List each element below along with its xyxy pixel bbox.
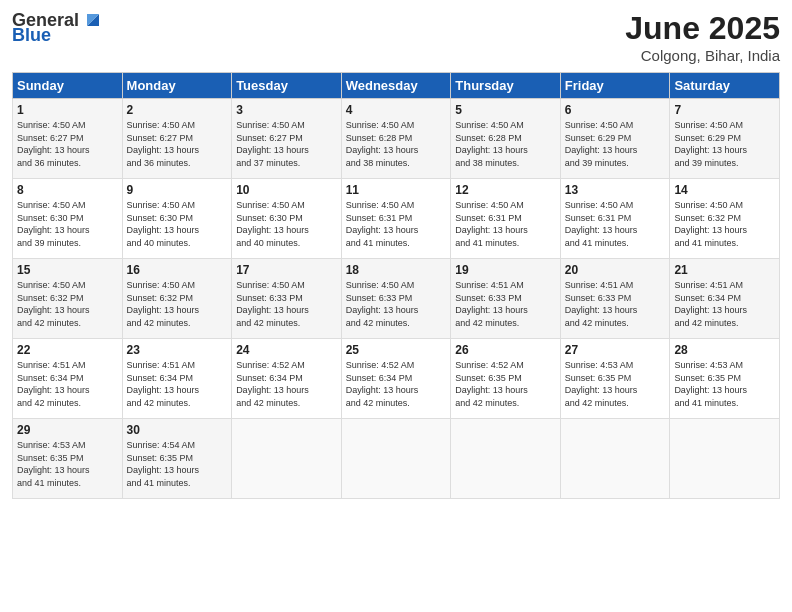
day-number: 21	[674, 263, 775, 277]
day-number: 16	[127, 263, 228, 277]
calendar-week-row: 8Sunrise: 4:50 AM Sunset: 6:30 PM Daylig…	[13, 179, 780, 259]
cell-content: Sunrise: 4:50 AM Sunset: 6:33 PM Dayligh…	[346, 279, 447, 329]
day-number: 1	[17, 103, 118, 117]
day-number: 27	[565, 343, 666, 357]
day-number: 11	[346, 183, 447, 197]
table-row: 26Sunrise: 4:52 AM Sunset: 6:35 PM Dayli…	[451, 339, 561, 419]
table-row: 22Sunrise: 4:51 AM Sunset: 6:34 PM Dayli…	[13, 339, 123, 419]
cell-content: Sunrise: 4:50 AM Sunset: 6:27 PM Dayligh…	[127, 119, 228, 169]
calendar-table: Sunday Monday Tuesday Wednesday Thursday…	[12, 72, 780, 499]
col-monday: Monday	[122, 73, 232, 99]
table-row: 6Sunrise: 4:50 AM Sunset: 6:29 PM Daylig…	[560, 99, 670, 179]
day-number: 15	[17, 263, 118, 277]
col-wednesday: Wednesday	[341, 73, 451, 99]
table-row: 11Sunrise: 4:50 AM Sunset: 6:31 PM Dayli…	[341, 179, 451, 259]
table-row: 4Sunrise: 4:50 AM Sunset: 6:28 PM Daylig…	[341, 99, 451, 179]
table-row	[560, 419, 670, 499]
day-number: 13	[565, 183, 666, 197]
table-row: 15Sunrise: 4:50 AM Sunset: 6:32 PM Dayli…	[13, 259, 123, 339]
cell-content: Sunrise: 4:50 AM Sunset: 6:32 PM Dayligh…	[674, 199, 775, 249]
table-row: 2Sunrise: 4:50 AM Sunset: 6:27 PM Daylig…	[122, 99, 232, 179]
day-number: 20	[565, 263, 666, 277]
month-title: June 2025	[625, 10, 780, 47]
table-row	[451, 419, 561, 499]
col-sunday: Sunday	[13, 73, 123, 99]
cell-content: Sunrise: 4:50 AM Sunset: 6:31 PM Dayligh…	[346, 199, 447, 249]
day-number: 25	[346, 343, 447, 357]
table-row: 24Sunrise: 4:52 AM Sunset: 6:34 PM Dayli…	[232, 339, 342, 419]
cell-content: Sunrise: 4:50 AM Sunset: 6:29 PM Dayligh…	[565, 119, 666, 169]
day-number: 28	[674, 343, 775, 357]
day-number: 26	[455, 343, 556, 357]
table-row	[341, 419, 451, 499]
cell-content: Sunrise: 4:51 AM Sunset: 6:34 PM Dayligh…	[674, 279, 775, 329]
cell-content: Sunrise: 4:50 AM Sunset: 6:28 PM Dayligh…	[455, 119, 556, 169]
table-row: 17Sunrise: 4:50 AM Sunset: 6:33 PM Dayli…	[232, 259, 342, 339]
table-row: 23Sunrise: 4:51 AM Sunset: 6:34 PM Dayli…	[122, 339, 232, 419]
table-row: 9Sunrise: 4:50 AM Sunset: 6:30 PM Daylig…	[122, 179, 232, 259]
cell-content: Sunrise: 4:50 AM Sunset: 6:32 PM Dayligh…	[17, 279, 118, 329]
day-number: 5	[455, 103, 556, 117]
calendar-week-row: 15Sunrise: 4:50 AM Sunset: 6:32 PM Dayli…	[13, 259, 780, 339]
cell-content: Sunrise: 4:51 AM Sunset: 6:34 PM Dayligh…	[127, 359, 228, 409]
day-number: 17	[236, 263, 337, 277]
day-number: 9	[127, 183, 228, 197]
title-block: June 2025 Colgong, Bihar, India	[625, 10, 780, 64]
table-row: 21Sunrise: 4:51 AM Sunset: 6:34 PM Dayli…	[670, 259, 780, 339]
table-row: 12Sunrise: 4:50 AM Sunset: 6:31 PM Dayli…	[451, 179, 561, 259]
cell-content: Sunrise: 4:50 AM Sunset: 6:33 PM Dayligh…	[236, 279, 337, 329]
cell-content: Sunrise: 4:51 AM Sunset: 6:33 PM Dayligh…	[455, 279, 556, 329]
table-row	[670, 419, 780, 499]
day-number: 22	[17, 343, 118, 357]
day-number: 12	[455, 183, 556, 197]
day-number: 23	[127, 343, 228, 357]
cell-content: Sunrise: 4:54 AM Sunset: 6:35 PM Dayligh…	[127, 439, 228, 489]
calendar-week-row: 1Sunrise: 4:50 AM Sunset: 6:27 PM Daylig…	[13, 99, 780, 179]
cell-content: Sunrise: 4:50 AM Sunset: 6:31 PM Dayligh…	[455, 199, 556, 249]
day-number: 10	[236, 183, 337, 197]
table-row: 20Sunrise: 4:51 AM Sunset: 6:33 PM Dayli…	[560, 259, 670, 339]
cell-content: Sunrise: 4:50 AM Sunset: 6:30 PM Dayligh…	[127, 199, 228, 249]
table-row: 13Sunrise: 4:50 AM Sunset: 6:31 PM Dayli…	[560, 179, 670, 259]
table-row: 19Sunrise: 4:51 AM Sunset: 6:33 PM Dayli…	[451, 259, 561, 339]
day-number: 8	[17, 183, 118, 197]
day-number: 7	[674, 103, 775, 117]
calendar-header-row: Sunday Monday Tuesday Wednesday Thursday…	[13, 73, 780, 99]
table-row: 3Sunrise: 4:50 AM Sunset: 6:27 PM Daylig…	[232, 99, 342, 179]
logo-blue-text: Blue	[12, 25, 51, 46]
day-number: 30	[127, 423, 228, 437]
col-tuesday: Tuesday	[232, 73, 342, 99]
day-number: 24	[236, 343, 337, 357]
day-number: 4	[346, 103, 447, 117]
col-thursday: Thursday	[451, 73, 561, 99]
table-row: 8Sunrise: 4:50 AM Sunset: 6:30 PM Daylig…	[13, 179, 123, 259]
table-row: 5Sunrise: 4:50 AM Sunset: 6:28 PM Daylig…	[451, 99, 561, 179]
cell-content: Sunrise: 4:52 AM Sunset: 6:34 PM Dayligh…	[236, 359, 337, 409]
cell-content: Sunrise: 4:50 AM Sunset: 6:32 PM Dayligh…	[127, 279, 228, 329]
cell-content: Sunrise: 4:53 AM Sunset: 6:35 PM Dayligh…	[17, 439, 118, 489]
table-row: 29Sunrise: 4:53 AM Sunset: 6:35 PM Dayli…	[13, 419, 123, 499]
cell-content: Sunrise: 4:51 AM Sunset: 6:33 PM Dayligh…	[565, 279, 666, 329]
day-number: 14	[674, 183, 775, 197]
cell-content: Sunrise: 4:50 AM Sunset: 6:29 PM Dayligh…	[674, 119, 775, 169]
cell-content: Sunrise: 4:50 AM Sunset: 6:27 PM Dayligh…	[17, 119, 118, 169]
table-row: 16Sunrise: 4:50 AM Sunset: 6:32 PM Dayli…	[122, 259, 232, 339]
table-row: 25Sunrise: 4:52 AM Sunset: 6:34 PM Dayli…	[341, 339, 451, 419]
day-number: 19	[455, 263, 556, 277]
table-row: 10Sunrise: 4:50 AM Sunset: 6:30 PM Dayli…	[232, 179, 342, 259]
location-title: Colgong, Bihar, India	[625, 47, 780, 64]
day-number: 29	[17, 423, 118, 437]
calendar-week-row: 22Sunrise: 4:51 AM Sunset: 6:34 PM Dayli…	[13, 339, 780, 419]
day-number: 6	[565, 103, 666, 117]
table-row: 28Sunrise: 4:53 AM Sunset: 6:35 PM Dayli…	[670, 339, 780, 419]
cell-content: Sunrise: 4:50 AM Sunset: 6:30 PM Dayligh…	[17, 199, 118, 249]
page-container: General Blue June 2025 Colgong, Bihar, I…	[0, 0, 792, 509]
cell-content: Sunrise: 4:52 AM Sunset: 6:35 PM Dayligh…	[455, 359, 556, 409]
logo: General Blue	[12, 10, 103, 46]
header: General Blue June 2025 Colgong, Bihar, I…	[12, 10, 780, 64]
table-row: 14Sunrise: 4:50 AM Sunset: 6:32 PM Dayli…	[670, 179, 780, 259]
cell-content: Sunrise: 4:50 AM Sunset: 6:31 PM Dayligh…	[565, 199, 666, 249]
table-row: 30Sunrise: 4:54 AM Sunset: 6:35 PM Dayli…	[122, 419, 232, 499]
col-friday: Friday	[560, 73, 670, 99]
table-row: 18Sunrise: 4:50 AM Sunset: 6:33 PM Dayli…	[341, 259, 451, 339]
